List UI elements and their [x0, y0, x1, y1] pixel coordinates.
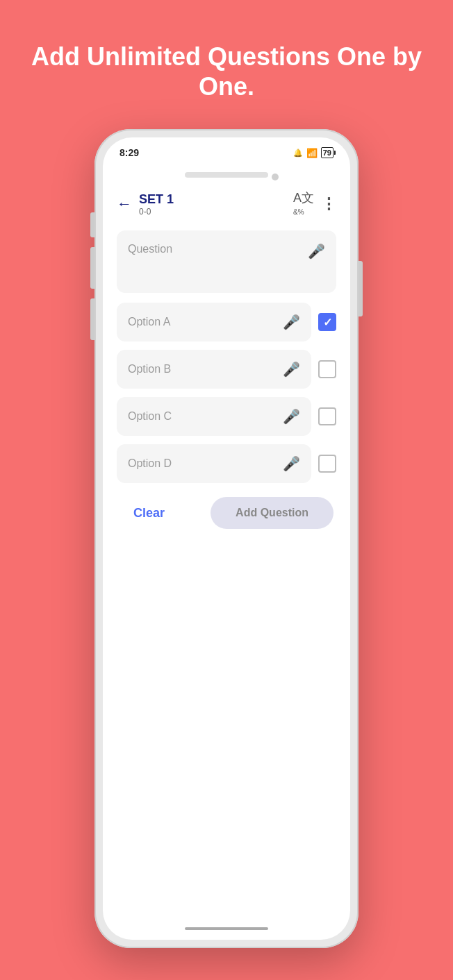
app-header: ← SET 1 0-0 A文&% ⋮: [103, 185, 350, 223]
option-c-checkbox[interactable]: [318, 407, 336, 425]
home-bar: [185, 927, 268, 930]
option-row-b: Option B 🎤: [117, 350, 336, 389]
more-menu-icon[interactable]: ⋮: [321, 196, 336, 212]
question-field[interactable]: Question 🎤: [117, 230, 336, 293]
bell-icon: 🔔: [293, 149, 303, 158]
option-c-label: Option C: [128, 410, 172, 423]
camera-dot: [272, 174, 279, 180]
phone-screen: 8:29 🔔 📶 79 ← SET 1 0-0 A文&% ⋮ Question: [103, 137, 350, 940]
option-row-a: Option A 🎤: [117, 303, 336, 341]
option-a-mic-icon[interactable]: 🎤: [283, 314, 300, 330]
set-title: SET 1: [139, 192, 293, 207]
side-button-vol-down: [90, 298, 94, 340]
question-placeholder: Question: [128, 243, 308, 255]
buttons-row: Clear Add Question: [117, 497, 336, 529]
option-c-mic-icon[interactable]: 🎤: [283, 408, 300, 425]
side-button-power: [359, 261, 363, 316]
notch: [185, 172, 268, 178]
option-row-d: Option D 🎤: [117, 444, 336, 483]
option-a-label: Option A: [128, 316, 170, 328]
option-d-mic-icon[interactable]: 🎤: [283, 455, 300, 472]
status-bar: 8:29 🔔 📶 79: [103, 137, 350, 164]
battery-icon: 79: [321, 147, 333, 158]
status-time: 8:29: [120, 147, 139, 158]
option-row-c: Option C 🎤: [117, 397, 336, 436]
translate-icon[interactable]: A文&%: [293, 192, 314, 217]
status-icons: 🔔 📶 79: [293, 147, 333, 158]
option-b-mic-icon[interactable]: 🎤: [283, 361, 300, 378]
content-area: Question 🎤 Option A 🎤 Option B 🎤: [103, 223, 350, 920]
option-b-checkbox[interactable]: [318, 360, 336, 378]
option-d-checkbox[interactable]: [318, 455, 336, 473]
signal-icon: 📶: [306, 148, 318, 158]
question-mic-icon[interactable]: 🎤: [308, 243, 325, 260]
hero-title: Add Unlimited Questions One by One.: [0, 42, 453, 101]
back-button[interactable]: ←: [117, 196, 132, 212]
side-button-mute: [90, 212, 94, 237]
option-a-checkbox[interactable]: [318, 313, 336, 331]
side-button-vol-up: [90, 247, 94, 289]
option-field-c[interactable]: Option C 🎤: [117, 397, 311, 436]
header-title-block: SET 1 0-0: [139, 192, 293, 217]
option-field-a[interactable]: Option A 🎤: [117, 303, 311, 341]
clear-button[interactable]: Clear: [120, 499, 179, 527]
set-subtitle: 0-0: [139, 207, 293, 217]
option-field-d[interactable]: Option D 🎤: [117, 444, 311, 483]
option-b-label: Option B: [128, 363, 171, 375]
option-d-label: Option D: [128, 457, 172, 470]
option-field-b[interactable]: Option B 🎤: [117, 350, 311, 389]
add-question-button[interactable]: Add Question: [211, 497, 333, 529]
phone-mockup: 8:29 🔔 📶 79 ← SET 1 0-0 A文&% ⋮ Question: [94, 129, 359, 948]
header-actions: A文&% ⋮: [293, 192, 336, 217]
home-indicator: [103, 920, 350, 940]
